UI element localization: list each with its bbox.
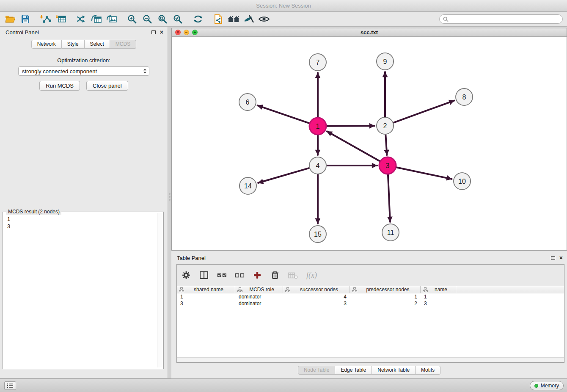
tab-network-table[interactable]: Network Table xyxy=(372,366,416,375)
graph-edge-3-11[interactable] xyxy=(388,174,390,222)
zoom-selected-icon[interactable] xyxy=(170,13,185,25)
graph-node-14[interactable]: 14 xyxy=(239,177,256,194)
graph-edge-1-2[interactable] xyxy=(327,126,374,126)
tab-style[interactable]: Style xyxy=(62,40,85,49)
tab-motifs[interactable]: Motifs xyxy=(416,366,440,375)
graph-node-1[interactable]: 1 xyxy=(309,118,326,135)
control-panel-title: Control Panel xyxy=(6,29,39,36)
zoom-fit-icon[interactable] xyxy=(155,13,170,25)
memory-button-label: Memory xyxy=(541,383,559,389)
column-header-filler xyxy=(456,286,564,293)
trash-icon[interactable] xyxy=(269,270,281,281)
close-window-icon[interactable]: × xyxy=(175,30,181,35)
column-header-predecessor-nodes[interactable]: predecessor nodes xyxy=(350,286,421,293)
document-network-icon[interactable] xyxy=(211,13,226,25)
graph-node-11[interactable]: 11 xyxy=(382,224,399,241)
column-header-shared-name[interactable]: shared name xyxy=(177,286,235,293)
console-button[interactable] xyxy=(4,381,16,390)
style-brush-icon[interactable] xyxy=(241,13,256,25)
zoom-in-icon[interactable] xyxy=(124,13,140,25)
select-all-columns-icon[interactable] xyxy=(216,270,228,281)
network-window: scc.txt × − + 7968124314101511 xyxy=(171,28,567,251)
network-canvas[interactable]: 7968124314101511 xyxy=(172,37,567,250)
float-panel-icon[interactable] xyxy=(151,30,156,34)
table-cell: 2 xyxy=(350,300,421,307)
graph-node-3[interactable]: 3 xyxy=(379,157,396,174)
graph-node-10[interactable]: 10 xyxy=(454,173,471,190)
memory-button[interactable]: Memory xyxy=(530,381,564,390)
graph-node-8[interactable]: 8 xyxy=(456,88,473,105)
zoom-out-icon[interactable] xyxy=(140,13,155,25)
import-table-icon[interactable] xyxy=(53,13,69,25)
new-network-icon[interactable] xyxy=(74,13,89,25)
graph-node-15[interactable]: 15 xyxy=(309,226,326,243)
column-tree-icon xyxy=(352,287,357,292)
mcds-result-box: MCDS result (2 nodes) 1 3 xyxy=(3,212,164,369)
eye-icon[interactable] xyxy=(256,13,272,25)
close-panel-button[interactable]: Close panel xyxy=(86,81,128,91)
column-header-name[interactable]: name xyxy=(421,286,456,293)
table-container: f(x) shared nameMCDS rolesuccessor nodes… xyxy=(176,264,564,363)
table-row[interactable]: 1dominator411 xyxy=(177,293,564,300)
control-panel-tabs: NetworkStyleSelectMCDS xyxy=(0,40,168,49)
svg-text:1: 1 xyxy=(316,123,320,130)
table-panel-title: Table Panel xyxy=(177,255,206,261)
svg-text:3: 3 xyxy=(386,162,390,169)
gear-icon[interactable] xyxy=(180,270,192,281)
zoom-window-icon[interactable]: + xyxy=(192,30,198,35)
window-title: Session: New Session xyxy=(256,3,311,9)
task-list-icon xyxy=(7,383,14,388)
refresh-network-icon[interactable] xyxy=(190,13,206,25)
split-panel-icon[interactable] xyxy=(198,270,210,281)
column-header-successor-nodes[interactable]: successor nodes xyxy=(283,286,350,293)
minimize-window-icon[interactable]: − xyxy=(184,30,189,35)
graph-edge-4-14[interactable] xyxy=(258,168,309,183)
table-horizontal-scrollbar[interactable] xyxy=(177,357,564,362)
run-mcds-button[interactable]: Run MCDS xyxy=(39,81,80,91)
tab-edge-table[interactable]: Edge Table xyxy=(335,366,372,375)
add-column-icon[interactable] xyxy=(251,270,263,281)
search-box[interactable] xyxy=(439,14,563,24)
svg-text:4: 4 xyxy=(316,162,320,169)
graph-node-6[interactable]: 6 xyxy=(239,94,256,110)
table-cell: 4 xyxy=(283,293,350,300)
column-header-MCDS-role[interactable]: MCDS role xyxy=(235,286,283,293)
new-network-table-icon[interactable] xyxy=(89,13,104,25)
tab-select[interactable]: Select xyxy=(85,40,110,49)
network-graph[interactable]: 7968124314101511 xyxy=(172,37,567,250)
graph-edge-3-1[interactable] xyxy=(327,131,380,161)
close-panel-icon[interactable]: × xyxy=(160,30,163,34)
search-icon xyxy=(443,17,449,22)
graph-edge-1-6[interactable] xyxy=(258,105,309,123)
graph-edge-2-3[interactable] xyxy=(385,135,387,155)
graph-node-4[interactable]: 4 xyxy=(309,157,326,174)
status-bar: Memory xyxy=(0,378,567,392)
tab-node-table[interactable]: Node Table xyxy=(298,366,336,375)
graph-node-9[interactable]: 9 xyxy=(377,53,394,70)
graph-edge-3-10[interactable] xyxy=(396,167,452,179)
graph-edge-2-8[interactable] xyxy=(394,101,454,123)
panel-splitter-handle[interactable] xyxy=(168,191,171,202)
graph-node-7[interactable]: 7 xyxy=(309,54,326,71)
result-scrollbar[interactable] xyxy=(157,213,162,367)
svg-text:9: 9 xyxy=(383,58,387,65)
table-toolbar: f(x) xyxy=(177,265,564,286)
export-image-icon[interactable] xyxy=(104,13,119,25)
criterion-dropdown[interactable]: strongly connected component xyxy=(18,66,149,76)
mcds-result-content[interactable]: 1 3 xyxy=(5,214,157,367)
close-table-panel-icon[interactable]: × xyxy=(559,256,563,260)
tab-network[interactable]: Network xyxy=(31,40,62,49)
deselect-all-columns-icon[interactable] xyxy=(234,270,245,281)
function-builder-icon[interactable]: f(x) xyxy=(306,271,317,280)
save-session-icon[interactable] xyxy=(18,13,33,25)
float-table-panel-icon[interactable] xyxy=(551,256,555,260)
double-home-icon[interactable] xyxy=(226,13,241,25)
import-network-icon[interactable] xyxy=(38,13,53,25)
graph-node-2[interactable]: 2 xyxy=(377,117,394,134)
table-row[interactable]: 3dominator323 xyxy=(177,300,564,307)
svg-text:14: 14 xyxy=(244,182,252,190)
open-file-icon[interactable] xyxy=(3,13,18,25)
tab-mcds[interactable]: MCDS xyxy=(110,40,136,49)
svg-text:15: 15 xyxy=(314,231,322,238)
search-input[interactable] xyxy=(451,16,559,22)
